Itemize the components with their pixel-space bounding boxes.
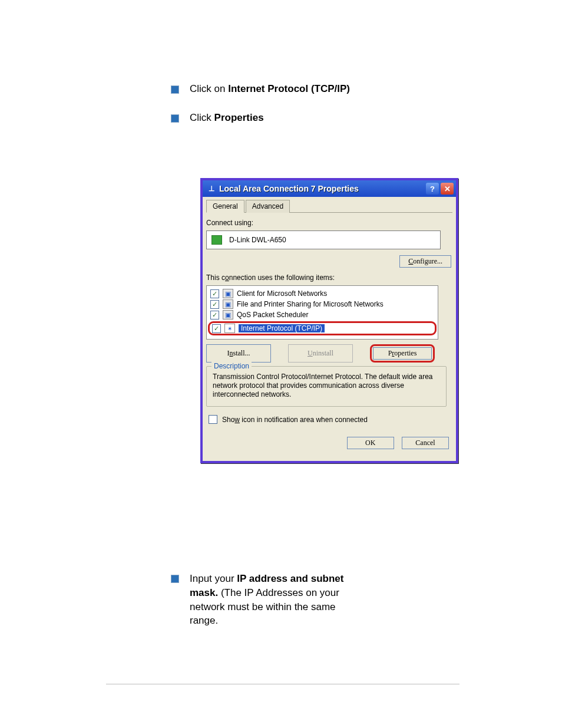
text-bold: Internet Protocol (TCP/IP) — [228, 83, 350, 94]
tab-strip: General Advanced — [206, 199, 452, 213]
nic-icon — [211, 235, 222, 245]
uninstall-button: Uninstall — [288, 344, 353, 363]
bullet-item: Click on Internet Protocol (TCP/IP) — [171, 83, 454, 96]
help-button[interactable]: ? — [426, 183, 439, 195]
bullet-text: Input your IP address and subnet mask. (… — [190, 572, 366, 628]
item-label: QoS Packet Scheduler — [237, 311, 308, 319]
checkbox-icon[interactable]: ✓ — [210, 289, 219, 298]
item-label: File and Printer Sharing for Microsoft N… — [237, 300, 384, 308]
install-button[interactable]: Install... — [206, 344, 271, 363]
configure-button[interactable]: CConfigure...onfigure... — [399, 255, 451, 268]
bullet-text: Click Properties — [190, 111, 264, 125]
service-icon: ▣ — [223, 310, 233, 319]
footer-divider — [106, 684, 459, 684]
bullet-square-icon — [171, 575, 179, 583]
text-bold: Properties — [214, 112, 264, 123]
item-label: Client for Microsoft Networks — [237, 289, 327, 298]
item-label: Internet Protocol (TCP/IP) — [239, 324, 325, 332]
cancel-button[interactable]: Cancel — [402, 437, 449, 449]
show-icon-row[interactable]: Show icon in notification area when conn… — [209, 415, 452, 424]
group-legend: Description — [211, 362, 252, 370]
highlight-frame: Properties — [370, 344, 435, 363]
tab-advanced[interactable]: Advanced — [246, 200, 290, 213]
text: Input your — [190, 573, 237, 584]
bullet-item: Click Properties — [171, 111, 454, 125]
ok-button[interactable]: OK — [347, 437, 394, 449]
list-item-selected[interactable]: ✓ ✶ Internet Protocol (TCP/IP) — [208, 321, 437, 335]
close-button[interactable]: ✕ — [441, 183, 454, 195]
label-items: This connection uses the following items… — [206, 274, 452, 282]
checkbox-icon[interactable]: ✓ — [210, 300, 219, 309]
titlebar[interactable]: ⊥ Local Area Connection 7 Properties ? ✕ — [203, 180, 456, 197]
network-icon: ⊥ — [207, 185, 216, 193]
service-icon: ▣ — [223, 299, 233, 309]
items-list[interactable]: ✓ ▣ Client for Microsoft Networks ✓ ▣ Fi… — [206, 285, 438, 340]
bullet-item: Input your IP address and subnet mask. (… — [171, 572, 406, 628]
tab-general[interactable]: General — [206, 200, 244, 213]
list-item[interactable]: ✓ ▣ File and Printer Sharing for Microso… — [210, 299, 434, 309]
client-icon: ▣ — [223, 289, 233, 298]
bullet-square-icon — [171, 85, 179, 94]
protocol-icon: ✶ — [224, 324, 235, 333]
window-title: Local Area Connection 7 Properties — [219, 184, 426, 193]
description-group: Description Transmission Control Protoco… — [206, 366, 447, 407]
list-item[interactable]: ✓ ▣ Client for Microsoft Networks — [210, 288, 434, 299]
label-connect-using: Connect using: — [206, 219, 452, 227]
checkbox-icon[interactable]: ✓ — [212, 324, 221, 333]
description-text: Transmission Control Protocol/Internet P… — [213, 373, 440, 399]
checkbox-icon[interactable] — [209, 415, 217, 424]
properties-button[interactable]: Properties — [373, 347, 432, 360]
bullet-text: Click on Internet Protocol (TCP/IP) — [190, 83, 350, 96]
adapter-field: D-Link DWL-A650 — [206, 230, 441, 249]
checkbox-icon[interactable]: ✓ — [210, 311, 219, 319]
properties-dialog: ⊥ Local Area Connection 7 Properties ? ✕… — [200, 178, 458, 463]
text: Click — [190, 112, 214, 123]
bullet-square-icon — [171, 114, 179, 123]
adapter-name: D-Link DWL-A650 — [229, 236, 286, 244]
list-item[interactable]: ✓ ▣ QoS Packet Scheduler — [210, 309, 434, 320]
checkbox-label: Show icon in notification area when conn… — [222, 416, 368, 424]
text: Click on — [190, 83, 228, 94]
